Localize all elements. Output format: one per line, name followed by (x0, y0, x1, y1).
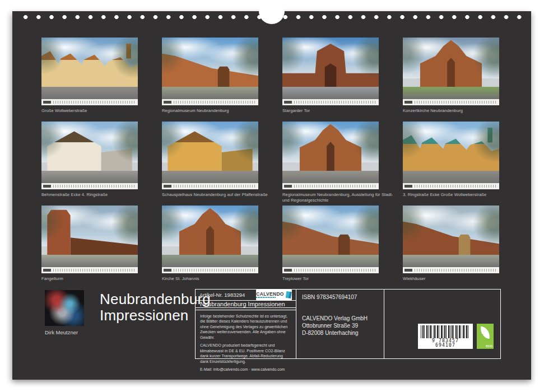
building-accent-shape (282, 206, 379, 267)
building-shape (41, 38, 138, 99)
month-thumbnail: Wiekhäuser (403, 206, 499, 284)
photo-caption: Kirche St. Johannis (162, 276, 277, 282)
leaf-icon (480, 326, 491, 339)
building-accent-shape (41, 206, 138, 267)
month-photo (41, 206, 138, 273)
calvendo-logo-text: CALVENDO (256, 292, 283, 297)
photo-scene (162, 38, 258, 99)
hanger-notch (259, 0, 285, 24)
photo-scene (162, 206, 258, 267)
isbn-text: ISBN 9783457694107 (302, 294, 378, 300)
article-number: Artikel-Nr. 1983294 (199, 292, 245, 298)
calendar-title-line2: Impressionen (100, 307, 211, 324)
photo-caption: Wiekhäuser (403, 276, 518, 282)
month-photo (403, 206, 499, 273)
barcode-bars (421, 325, 470, 338)
calendar-title-line1: Neubrandenburg (100, 291, 211, 307)
mini-calendar-strip (403, 183, 499, 189)
ground-strip (282, 255, 379, 267)
publisher-city: D-82008 Unterhaching (302, 330, 378, 337)
calvendo-logo-tagline (256, 297, 276, 298)
photo-scene (403, 122, 499, 183)
photo-caption: Stargarder Tor (282, 108, 397, 114)
calendar-title: Neubrandenburg Impressionen (100, 291, 211, 324)
photo-caption: Konzertkirche Neubrandenburg (403, 108, 518, 114)
building-accent-shape (41, 38, 138, 99)
building-accent-shape (282, 122, 379, 183)
month-thumbnail: Regionalmuseum Neubrandenburg, Ausstellu… (282, 122, 379, 200)
ground-strip (41, 255, 138, 267)
month-photo (282, 38, 379, 105)
month-photo (282, 206, 379, 273)
barcode-area: 9 783457 694107 eco (418, 324, 494, 349)
building-accent-shape (282, 38, 379, 99)
author-portrait (45, 290, 84, 326)
publisher-street: Ottobrunner Straße 39 (302, 323, 378, 330)
legal-text-block: Infolge bestehender Schutzrechte ist es … (196, 310, 296, 375)
photo-scene (41, 206, 138, 267)
photo-caption: Behmenstraße Ecke 4. Ringstraße (41, 192, 156, 198)
mini-calendar-strip (41, 183, 138, 189)
photo-scene (41, 122, 138, 183)
mini-calendar-strip (282, 99, 379, 105)
legal-paragraph-1: Infolge bestehender Schutzrechte ist es … (200, 314, 291, 340)
photo-caption: 3. Ringstraße Ecke Große Wollweberstraße (403, 192, 518, 198)
month-thumbnail: Kirche St. Johannis (162, 206, 258, 284)
month-thumbnail: Große Wollweberstraße (41, 38, 138, 116)
calendar-back-page: Große Wollweberstraße Regionalmuseum Neu… (12, 11, 531, 380)
photo-scene (282, 38, 379, 99)
building-shape (282, 122, 379, 183)
building-accent-shape (403, 122, 499, 183)
info-column-publisher: ISBN 9783457694107 CALVENDO Verlag GmbH … (296, 290, 384, 358)
calvendo-logo: CALVENDO (256, 290, 292, 300)
mini-calendar-strip (282, 267, 379, 273)
ground-strip (282, 87, 379, 99)
building-shape (41, 122, 138, 183)
photo-caption: Treptower Tor (282, 276, 397, 282)
mini-calendar-strip (403, 99, 499, 105)
mini-calendar-strip (162, 183, 258, 189)
product-title-row: Neubrandenburg Impressionen (196, 301, 296, 308)
contact-line: E-Mail: info@calvendo.com · www.calvendo… (200, 367, 291, 372)
month-thumbnail: Stargarder Tor (282, 38, 379, 116)
ground-strip (162, 255, 258, 267)
calendar-product-image: Große Wollweberstraße Regionalmuseum Neu… (0, 0, 544, 392)
month-thumbnail: Schauspielhaus Neubrandenburg auf der Pf… (162, 122, 258, 200)
publisher-address: CALVENDO Verlag GmbH Ottobrunner Straße … (302, 315, 378, 337)
calvendo-calendar-icon (286, 291, 292, 298)
month-photo (162, 122, 258, 189)
building-shape (162, 206, 258, 267)
month-thumbnail: Treptower Tor (282, 206, 379, 284)
building-shape (162, 38, 258, 99)
month-thumbnail: 3. Ringstraße Ecke Große Wollweberstraße (403, 122, 499, 200)
photo-scene (41, 38, 138, 99)
eco-badge: eco (477, 324, 494, 349)
legal-paragraph-2: CALVENDO produziert bedarfsgerecht und k… (200, 343, 291, 364)
photo-grid: Große Wollweberstraße Regionalmuseum Neu… (41, 38, 499, 284)
month-thumbnail: Regionalmuseum Neubrandenburg (162, 38, 258, 116)
publisher-name: CALVENDO Verlag GmbH (302, 315, 378, 323)
photo-scene (282, 122, 379, 183)
month-photo (162, 206, 258, 273)
ground-strip (403, 255, 499, 267)
month-photo (41, 38, 138, 105)
month-thumbnail: Fangelturm (41, 206, 138, 284)
month-thumbnail: Konzertkirche Neubrandenburg (403, 38, 499, 116)
mini-calendar-strip (162, 267, 258, 273)
building-shape (403, 122, 499, 183)
mini-calendar-strip (41, 267, 138, 273)
eco-label: eco (486, 343, 492, 348)
building-shape (41, 206, 138, 267)
info-column-barcode: 9 783457 694107 eco (384, 290, 500, 358)
month-photo (403, 122, 499, 189)
photo-caption: Regionalmuseum Neubrandenburg, Ausstellu… (282, 192, 397, 203)
photo-caption: Große Wollweberstraße (41, 108, 156, 114)
publisher-info-box: Artikel-Nr. 1983294 CALVENDO Neubrandenb… (195, 289, 501, 359)
author-name: Dirk Meutzner (45, 329, 78, 335)
month-photo (162, 38, 258, 105)
building-accent-shape (162, 122, 258, 183)
building-accent-shape (403, 206, 499, 267)
building-accent-shape (162, 206, 258, 267)
photo-scene (403, 206, 499, 267)
photo-scene (162, 122, 258, 183)
